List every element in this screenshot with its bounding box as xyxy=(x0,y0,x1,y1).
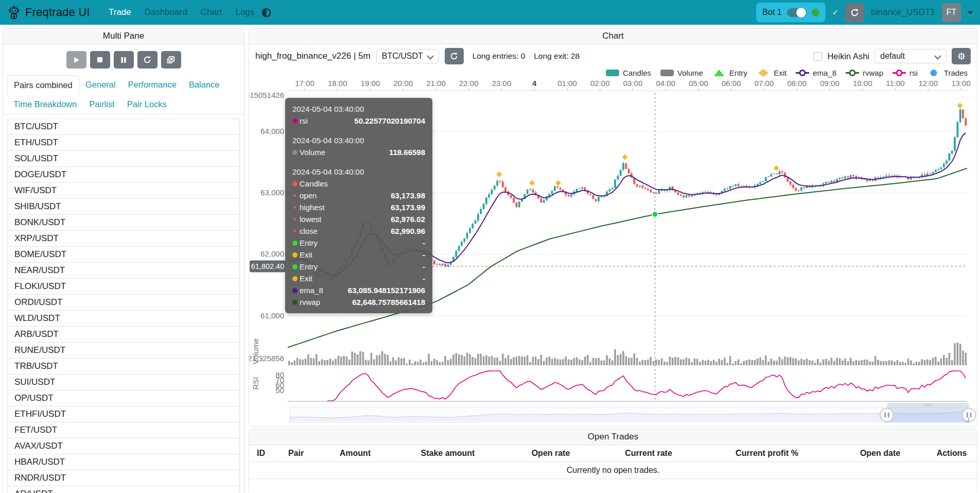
multi-pane-tabs: Pairs combinedGeneralPerformanceBalanceT… xyxy=(3,75,244,114)
chart-tooltip: 2024-05-04 03:40:00rsi50.225770201907042… xyxy=(285,98,432,313)
chart-toolbar-right: Heikin Ashi default xyxy=(813,48,971,64)
pair-row[interactable]: SOL/USDT xyxy=(8,151,239,167)
pair-row[interactable]: RUNE/USDT xyxy=(8,343,239,359)
tab-pairs-combined[interactable]: Pairs combined xyxy=(7,75,79,95)
forget-bot-button[interactable] xyxy=(161,51,181,69)
legend-label: Candles xyxy=(623,69,651,77)
tooltip-time: 2024-05-04 03:40:00 xyxy=(292,134,425,146)
column-header-open-rate[interactable]: Open rate xyxy=(504,445,597,462)
nav-chart[interactable]: Chart xyxy=(196,4,227,21)
user-avatar[interactable]: FT xyxy=(942,3,961,22)
pair-row[interactable]: ETHFI/USDT xyxy=(8,406,239,422)
plot-settings-button[interactable] xyxy=(952,48,971,64)
tab-pairlist[interactable]: Pairlist xyxy=(83,95,121,114)
tooltip-row: rsi50.22577020190704 xyxy=(292,115,425,127)
brand[interactable]: Freqtrade UI xyxy=(7,5,90,20)
legend-volume[interactable]: Volume xyxy=(660,69,703,77)
chart-legend: CandlesVolumeEntryExitema_8rvwaprsiTrade… xyxy=(249,66,977,79)
tab-general[interactable]: General xyxy=(79,75,122,95)
datazoom-handle-left[interactable] xyxy=(880,409,894,422)
svg-text:01:00: 01:00 xyxy=(557,79,577,88)
chart-area[interactable]: 64,00063,00062,00061,00017:0018:0019:002… xyxy=(249,79,977,423)
tab-balance[interactable]: Balance xyxy=(183,75,226,95)
legend-trades[interactable]: Trades xyxy=(926,69,968,77)
legend-swatch xyxy=(660,69,674,77)
nav-logs[interactable]: Logs xyxy=(230,4,259,21)
pair-row[interactable]: FET/USDT xyxy=(8,422,239,438)
pair-row[interactable]: SHIB/USDT xyxy=(8,199,239,215)
svg-text:50: 50 xyxy=(275,386,284,395)
pair-row[interactable]: DOGE/USDT xyxy=(8,167,239,183)
column-header-current-profit-[interactable]: Current profit % xyxy=(700,445,834,462)
legend-rsi[interactable]: rsi xyxy=(892,69,918,77)
column-header-current-rate[interactable]: Current rate xyxy=(597,445,700,462)
theme-toggle-icon[interactable] xyxy=(261,8,271,18)
bot-name: Bot 1 xyxy=(762,8,781,17)
legend-exit[interactable]: Exit xyxy=(756,69,786,77)
svg-text:11:00: 11:00 xyxy=(886,79,904,88)
column-header-pair[interactable]: Pair xyxy=(273,445,319,462)
svg-text:19:00: 19:00 xyxy=(361,79,380,88)
pair-row[interactable]: AR/USDT xyxy=(8,486,239,493)
column-header-actions[interactable]: Actions xyxy=(926,445,977,462)
tooltip-row: rvwap62,648.75785661418 xyxy=(292,296,425,308)
bot-online-dot xyxy=(812,9,819,16)
stop-bot-button[interactable] xyxy=(90,51,110,69)
multi-pane-panel: Multi Pane Pairs combinedGeneralPerforma… xyxy=(3,28,244,493)
svg-text:12:00: 12:00 xyxy=(918,79,938,88)
column-header-stake-amount[interactable]: Stake amount xyxy=(391,445,504,462)
chart-title: Chart xyxy=(249,28,977,44)
pair-select[interactable]: BTC/USDT xyxy=(376,49,439,63)
svg-text:04:00: 04:00 xyxy=(656,79,675,88)
tab-time-breakdown[interactable]: Time Breakdown xyxy=(7,95,83,114)
refresh-chart-button[interactable] xyxy=(445,48,464,64)
multi-pane-title: Multi Pane xyxy=(3,28,244,44)
tab-pair-locks[interactable]: Pair Locks xyxy=(121,95,173,114)
pair-row[interactable]: ORDI/USDT xyxy=(8,295,239,311)
pair-row[interactable]: ETH/USDT xyxy=(8,135,239,151)
pair-row[interactable]: SUI/USDT xyxy=(8,375,239,390)
pair-row[interactable]: HBAR/USDT xyxy=(8,454,239,470)
column-header-amount[interactable]: Amount xyxy=(319,445,391,462)
svg-text:06:00: 06:00 xyxy=(722,79,741,88)
datazoom-window[interactable] xyxy=(887,407,969,422)
bot-selector[interactable]: Bot 1 xyxy=(756,3,825,22)
tooltip-row: lowest62,976.02 xyxy=(292,213,425,225)
pair-row[interactable]: TRB/USDT xyxy=(8,359,239,375)
legend-ema_8[interactable]: ema_8 xyxy=(795,69,836,77)
pair-row[interactable]: ARB/USDT xyxy=(8,327,239,343)
pair-row[interactable]: OP/USDT xyxy=(8,390,239,406)
reload-bot-button[interactable] xyxy=(137,51,157,69)
heikin-ashi-checkbox[interactable] xyxy=(813,52,822,61)
pair-row[interactable]: NEAR/USDT xyxy=(8,263,239,279)
column-header-open-date[interactable]: Open date xyxy=(834,445,926,462)
pair-row[interactable]: XRP/USDT xyxy=(8,231,239,247)
pair-row[interactable]: BTC/USDT xyxy=(8,119,239,135)
legend-entry[interactable]: Entry xyxy=(712,69,747,77)
legend-label: rvwap xyxy=(863,69,883,77)
tooltip-row: Entry- xyxy=(292,237,425,249)
reload-bot-button[interactable] xyxy=(845,3,864,22)
pair-row[interactable]: AVAX/USDT xyxy=(8,438,239,454)
nav-links: TradeDashboardChartLogs xyxy=(103,4,259,21)
pair-row[interactable]: WLD/USDT xyxy=(8,311,239,327)
caret-down-icon[interactable] xyxy=(968,11,973,14)
pair-row[interactable]: BOME/USDT xyxy=(8,247,239,263)
tab-performance[interactable]: Performance xyxy=(121,75,182,95)
pause-bot-button[interactable] xyxy=(114,51,134,69)
svg-text:20:00: 20:00 xyxy=(393,79,413,88)
pair-row[interactable]: RNDR/USDT xyxy=(8,470,239,486)
pair-row[interactable]: FLOKI/USDT xyxy=(8,279,239,295)
column-header-id[interactable]: ID xyxy=(249,445,273,462)
nav-dashboard[interactable]: Dashboard xyxy=(139,4,192,21)
pair-row[interactable]: BONK/USDT xyxy=(8,215,239,231)
legend-rvwap[interactable]: rvwap xyxy=(845,69,883,77)
plot-config-select[interactable]: default xyxy=(874,49,947,63)
bot-toggle-switch[interactable] xyxy=(787,8,807,17)
legend-candles[interactable]: Candles xyxy=(605,69,651,77)
nav-trade[interactable]: Trade xyxy=(103,4,136,21)
pair-row[interactable]: WIF/USDT xyxy=(8,183,239,199)
tooltip-row: close62,990.96 xyxy=(292,225,425,237)
play-bot-button[interactable] xyxy=(66,51,86,69)
tooltip-row: Volume118.66598 xyxy=(292,146,425,158)
